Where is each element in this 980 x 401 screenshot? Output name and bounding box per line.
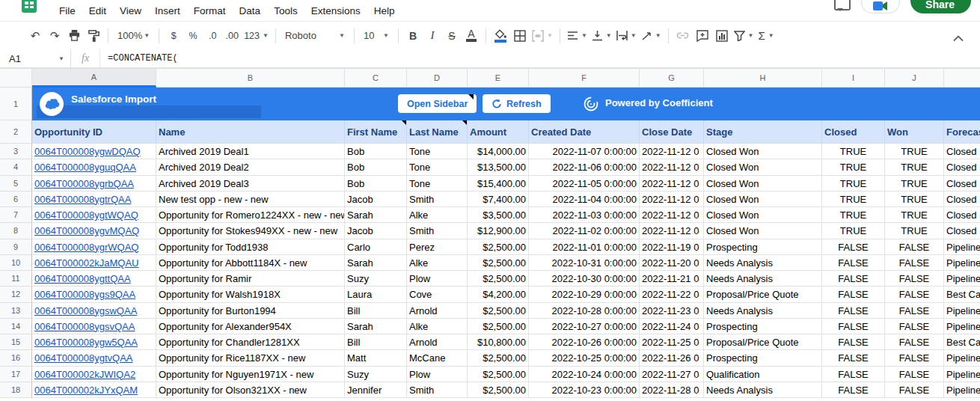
cell-name[interactable]: Opportunity for Romero1224XX - new - new — [156, 207, 345, 223]
cell-first[interactable]: Bill — [345, 303, 407, 319]
cell-last[interactable]: Perez — [407, 239, 468, 255]
cell-name[interactable]: Archived 2019 Deal1 — [156, 144, 345, 159]
cell-closed[interactable]: FALSE — [822, 334, 885, 350]
cell-stage[interactable]: Closed Won — [704, 176, 822, 192]
cell-id[interactable]: 0064T000008ygw5QAA — [32, 334, 156, 350]
row-number[interactable]: 13 — [0, 303, 32, 319]
undo-button[interactable]: ↶ — [25, 26, 45, 46]
cell-close[interactable]: 2022-11-12 0 — [640, 207, 704, 223]
cell-stage[interactable]: Closed Won — [704, 207, 822, 223]
cell-won[interactable]: FALSE — [885, 367, 944, 382]
cell-id[interactable]: 0064T000008ygtvQAA — [32, 350, 156, 366]
cell-won[interactable]: FALSE — [885, 350, 944, 366]
cell-name[interactable]: Opportunity for Walsh1918X — [156, 287, 345, 302]
cell-won[interactable]: FALSE — [885, 255, 944, 271]
zoom-select[interactable]: 100%▼ — [113, 26, 154, 46]
cell-forecast[interactable]: Best Case — [944, 287, 980, 302]
cell-name[interactable]: New test opp - new - new — [156, 192, 345, 207]
menu-file[interactable]: File — [52, 2, 82, 19]
cell-last[interactable]: Alke — [407, 255, 468, 271]
cell-forecast[interactable]: Pipeline — [944, 319, 980, 334]
header-cell-opportunity-id[interactable]: Opportunity ID — [32, 120, 156, 144]
menu-insert[interactable]: Insert — [148, 2, 187, 19]
menu-edit[interactable]: Edit — [82, 2, 113, 19]
cell-close[interactable]: 2022-11-26 0 — [640, 350, 704, 366]
cell-last[interactable]: Alke — [407, 319, 468, 334]
cell-first[interactable]: Laura — [345, 287, 407, 302]
row-number[interactable]: 2 — [0, 120, 32, 144]
header-cell-stage[interactable]: Stage — [704, 120, 822, 144]
format-currency-button[interactable]: $ — [164, 26, 183, 46]
cell-id[interactable]: 0064T000002kJaMQAU — [32, 255, 156, 271]
cell-last[interactable]: Arnold — [407, 303, 468, 319]
cell-id[interactable]: 0064T000008ygrWQAQ — [32, 239, 156, 255]
cell-close[interactable]: 2022-11-19 0 — [640, 239, 704, 255]
cell-created[interactable]: 2022-10-27 0:00:00 — [529, 319, 640, 334]
cell-closed[interactable]: TRUE — [822, 176, 885, 192]
column-header-J[interactable]: J — [885, 68, 944, 88]
cell-first[interactable]: Matt — [345, 350, 407, 366]
cell-stage[interactable]: Needs Analysis — [704, 255, 822, 271]
cell-id[interactable]: 0064T000008ygs9QAA — [32, 287, 156, 302]
borders-button[interactable] — [510, 26, 530, 46]
cell-forecast[interactable]: Closed — [944, 207, 980, 223]
cell-amount[interactable]: $14,000.00 — [468, 144, 529, 159]
functions-button[interactable]: Σ▼ — [756, 26, 776, 46]
cell-closed[interactable]: TRUE — [822, 159, 885, 175]
cell-stage[interactable]: Qualification — [704, 367, 822, 382]
cell-first[interactable]: Sarah — [345, 255, 407, 271]
horizontal-align-button[interactable]: ▼ — [565, 26, 589, 46]
column-header-I[interactable]: I — [822, 68, 885, 88]
cell-forecast[interactable]: Pipeline — [944, 350, 980, 366]
cell-closed[interactable]: TRUE — [822, 223, 885, 239]
row-number[interactable]: 7 — [0, 207, 32, 223]
row-number[interactable]: 18 — [0, 382, 32, 398]
cell-won[interactable]: TRUE — [885, 176, 944, 192]
cell-created[interactable]: 2022-11-03 0:00:00 — [529, 207, 640, 223]
cell-first[interactable]: Bob — [345, 144, 407, 159]
cell-name[interactable]: Opportunity for Stokes949XX - new - new — [156, 223, 345, 239]
cell-close[interactable]: 2022-11-21 0 — [640, 271, 704, 287]
insert-link-button[interactable] — [673, 26, 693, 46]
row-number[interactable]: 17 — [0, 367, 32, 382]
cell-stage[interactable]: Proposal/Price Quote — [704, 334, 822, 350]
header-cell-closed[interactable]: Closed — [822, 120, 885, 144]
select-all-button[interactable] — [0, 68, 32, 88]
cell-created[interactable]: 2022-11-06 0:00:00 — [529, 159, 640, 175]
cell-close[interactable]: 2022-11-25 0 — [640, 334, 704, 350]
cell-amount[interactable]: $12,900.00 — [468, 223, 529, 239]
cell-stage[interactable]: Needs Analysis — [704, 382, 822, 398]
cell-last[interactable]: Tone — [407, 144, 468, 159]
cell-forecast[interactable]: Pipeline — [944, 239, 980, 255]
cell-created[interactable]: 2022-11-05 0:00:00 — [529, 176, 640, 192]
cell-id[interactable]: 0064T000008ygswQAA — [32, 303, 156, 319]
cell-close[interactable]: 2022-11-12 0 — [640, 159, 704, 175]
cell-closed[interactable]: FALSE — [822, 303, 885, 319]
cell-created[interactable]: 2022-10-26 0:00:00 — [529, 334, 640, 350]
cell-id[interactable]: 0064T000008ygtrQAA — [32, 192, 156, 207]
column-header-F[interactable]: F — [529, 68, 640, 88]
cell-close[interactable]: 2022-11-12 0 — [640, 144, 704, 159]
cell-closed[interactable]: FALSE — [822, 319, 885, 334]
cell-first[interactable]: Jacob — [345, 223, 407, 239]
menu-help[interactable]: Help — [367, 2, 402, 19]
cell-id[interactable]: 0064T000008yguqQAA — [32, 159, 156, 175]
cell-first[interactable]: Carlo — [345, 239, 407, 255]
column-header-H[interactable]: H — [704, 68, 822, 88]
header-cell-close-date[interactable]: Close Date — [640, 120, 704, 144]
cell-first[interactable]: Sarah — [345, 319, 407, 334]
cell-first[interactable]: Sarah — [345, 207, 407, 223]
row-number[interactable]: 14 — [0, 319, 32, 334]
cell-forecast[interactable]: Pipeline — [944, 255, 980, 271]
cell-closed[interactable]: FALSE — [822, 239, 885, 255]
cell-amount[interactable]: $10,800.00 — [468, 334, 529, 350]
cell-close[interactable]: 2022-11-22 0 — [640, 287, 704, 302]
cell-id[interactable]: 0064T000002kJWIQA2 — [32, 367, 156, 382]
vertical-align-button[interactable]: ▼ — [589, 26, 614, 46]
cell-id[interactable]: 0064T000008ygtWQAQ — [32, 207, 156, 223]
menu-format[interactable]: Format — [187, 2, 233, 19]
cell-first[interactable]: Bill — [345, 334, 407, 350]
cell-won[interactable]: FALSE — [885, 239, 944, 255]
cell-last[interactable]: Smith — [407, 223, 468, 239]
cell-won[interactable]: FALSE — [885, 319, 944, 334]
